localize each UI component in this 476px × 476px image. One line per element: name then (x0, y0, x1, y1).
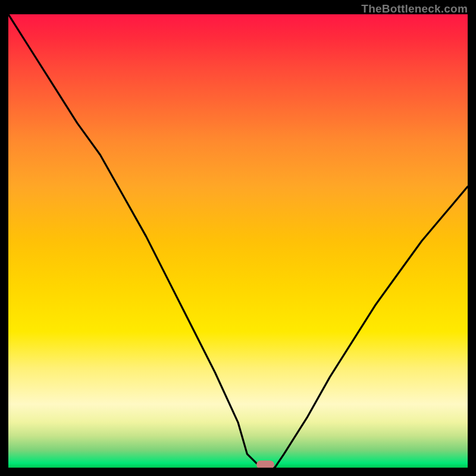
chart-frame: TheBottleneck.com (0, 0, 476, 476)
minimum-marker (256, 461, 274, 468)
bottleneck-curve (8, 14, 468, 468)
plot-area (8, 14, 468, 468)
watermark-text: TheBottleneck.com (361, 2, 468, 15)
